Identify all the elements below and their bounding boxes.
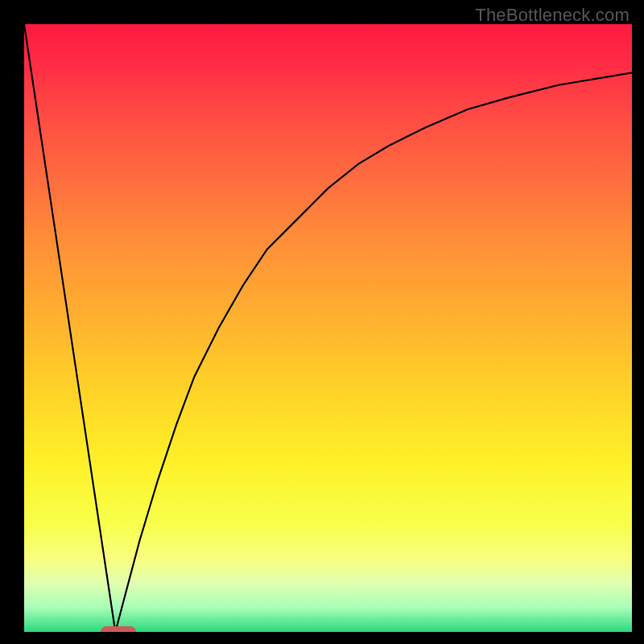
chart-curves <box>24 24 632 632</box>
plot-area <box>24 24 632 632</box>
watermark-text: TheBottleneck.com <box>475 5 630 26</box>
optimal-range-marker <box>101 626 136 632</box>
chart-frame: TheBottleneck.com <box>0 0 644 644</box>
bottleneck-curve-left <box>24 24 115 632</box>
bottleneck-curve-right <box>115 72 632 632</box>
